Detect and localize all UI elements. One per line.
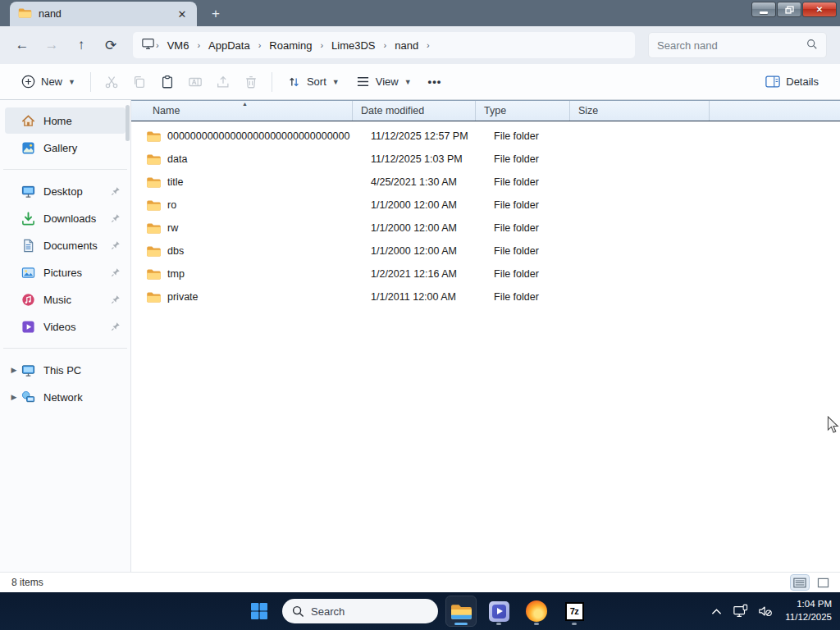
breadcrumb-chevron-icon[interactable]: › [426, 40, 431, 50]
navigation-bar: ← → ↑ ⟳ ›VM6›AppData›Roaming›Lime3DS›nan… [0, 26, 840, 64]
toolbar-divider [272, 72, 272, 92]
file-row[interactable]: ro 1/1/2000 12:00 AM File folder [131, 194, 840, 217]
breadcrumb-segment[interactable]: Lime3DS [324, 39, 382, 52]
sidebar-item-label: Gallery [43, 142, 121, 154]
copy-button[interactable] [126, 69, 153, 95]
sort-button-label: Sort [307, 75, 326, 88]
cut-button[interactable] [98, 69, 126, 95]
folder-icon [18, 7, 32, 21]
file-row[interactable]: tmp 1/2/2021 12:16 AM File folder [131, 262, 840, 285]
file-row[interactable]: title 4/25/2021 1:30 AM File folder [131, 171, 840, 194]
breadcrumb-segment[interactable]: VM6 [160, 39, 197, 52]
taskbar-media-player[interactable] [484, 596, 514, 626]
tab-close-icon[interactable]: ✕ [174, 6, 190, 22]
new-button[interactable]: New ▼ [13, 70, 84, 94]
file-type: File folder [486, 199, 580, 211]
sidebar-item-music[interactable]: Music [5, 286, 126, 313]
file-name: title [162, 176, 363, 188]
back-button[interactable]: ← [8, 32, 36, 58]
explorer-tab[interactable]: nand ✕ [10, 2, 197, 26]
taskbar-7zip[interactable]: 7z [559, 596, 589, 626]
sidebar-item-pictures[interactable]: Pictures [5, 259, 126, 285]
running-app-indicator [534, 623, 539, 625]
column-header-date-modified[interactable]: Date modified [353, 101, 476, 121]
column-header-type[interactable]: Type [476, 101, 570, 121]
this-pc-icon [141, 38, 155, 52]
rename-icon [188, 75, 203, 89]
file-row[interactable]: data 11/12/2025 1:03 PM File folder [131, 148, 840, 171]
tray-chevron-button[interactable] [706, 601, 726, 621]
sidebar-item-videos[interactable]: Videos [5, 313, 126, 340]
file-row[interactable]: dbs 1/1/2000 12:00 AM File folder [131, 240, 840, 262]
window-titlebar: nand ✕ + ✕ [0, 0, 840, 26]
network-icon [733, 604, 749, 619]
file-row[interactable]: 00000000000000000000000000000000 11/12/2… [131, 125, 840, 148]
large-icons-view-toggle[interactable] [814, 575, 832, 590]
file-list: 00000000000000000000000000000000 11/12/2… [131, 121, 840, 572]
explorer-main: HomeGalleryDesktopDownloadsDocumentsPict… [0, 100, 840, 572]
details-pane-button[interactable]: Details [757, 71, 827, 93]
taskbar-firefox[interactable] [522, 596, 551, 626]
sort-button[interactable]: Sort ▼ [279, 71, 348, 94]
file-type: File folder [486, 130, 580, 142]
close-icon: ✕ [816, 6, 823, 14]
file-date-modified: 1/2/2021 12:16 AM [363, 268, 486, 280]
pin-icon [111, 322, 121, 331]
file-type: File folder [486, 153, 580, 165]
network-status-button[interactable] [731, 601, 751, 621]
sidebar-item-label: This PC [43, 364, 121, 377]
maximize-button[interactable] [777, 2, 801, 17]
sidebar-item-desktop[interactable]: Desktop [5, 178, 126, 204]
view-button[interactable]: View ▼ [348, 71, 420, 93]
file-date-modified: 1/1/2000 12:00 AM [363, 199, 486, 211]
forward-button[interactable]: → [38, 32, 66, 58]
7zip-icon: 7z [565, 602, 584, 621]
taskbar-search[interactable]: Search [282, 599, 438, 623]
breadcrumb-segment[interactable]: AppData [201, 39, 258, 52]
clock-date: 11/12/2025 [785, 611, 832, 624]
minimize-button[interactable] [751, 2, 776, 17]
sidebar-item-documents[interactable]: Documents [5, 232, 126, 258]
file-row[interactable]: rw 1/1/2000 12:00 AM File folder [131, 217, 840, 240]
taskbar-clock[interactable]: 1:04 PM 11/12/2025 [785, 598, 832, 623]
close-button[interactable]: ✕ [802, 2, 837, 17]
windows-logo-icon [249, 601, 269, 621]
rename-button[interactable] [181, 69, 209, 95]
new-button-label: New [41, 75, 62, 88]
sidebar-scrollbar[interactable] [126, 105, 130, 141]
breadcrumb-segment[interactable]: Roaming [262, 39, 319, 52]
pictures-icon [21, 266, 35, 280]
breadcrumb-segment[interactable]: nand [387, 39, 426, 52]
sidebar-item-gallery[interactable]: Gallery [5, 135, 126, 161]
delete-button[interactable] [237, 69, 265, 95]
new-tab-button[interactable]: + [205, 3, 226, 25]
start-button[interactable] [244, 596, 274, 626]
search-box[interactable]: Search nand [648, 32, 827, 58]
file-name: ro [162, 199, 363, 211]
share-button[interactable] [209, 69, 237, 95]
taskbar-file-explorer[interactable] [446, 596, 476, 626]
sidebar-item-downloads[interactable]: Downloads [5, 205, 126, 231]
home-icon [21, 114, 35, 128]
chevron-right-icon[interactable]: ▶ [8, 393, 20, 401]
column-header-size[interactable]: Size [570, 101, 710, 121]
folder-icon [146, 176, 162, 189]
up-button[interactable]: ↑ [67, 32, 95, 58]
sort-ascending-icon: ▲ [242, 101, 248, 107]
sidebar-item-this-pc[interactable]: ▶This PC [5, 357, 126, 383]
sidebar-item-label: Pictures [43, 267, 111, 279]
paste-button[interactable] [153, 69, 181, 95]
volume-button[interactable] [756, 601, 775, 621]
gallery-icon [21, 141, 35, 155]
chevron-up-icon [711, 608, 722, 615]
refresh-button[interactable]: ⟳ [97, 32, 125, 58]
breadcrumb[interactable]: ›VM6›AppData›Roaming›Lime3DS›nand› [133, 32, 635, 58]
file-row[interactable]: private 1/1/2011 12:00 AM File folder [131, 285, 840, 308]
file-date-modified: 1/1/2000 12:00 AM [363, 222, 486, 234]
sidebar-item-network[interactable]: ▶Network [5, 384, 126, 410]
pin-icon [111, 294, 121, 304]
details-view-toggle[interactable] [791, 575, 809, 590]
sidebar-item-home[interactable]: Home [5, 107, 126, 134]
more-options-button[interactable]: ••• [420, 71, 450, 93]
chevron-right-icon[interactable]: ▶ [8, 366, 20, 374]
